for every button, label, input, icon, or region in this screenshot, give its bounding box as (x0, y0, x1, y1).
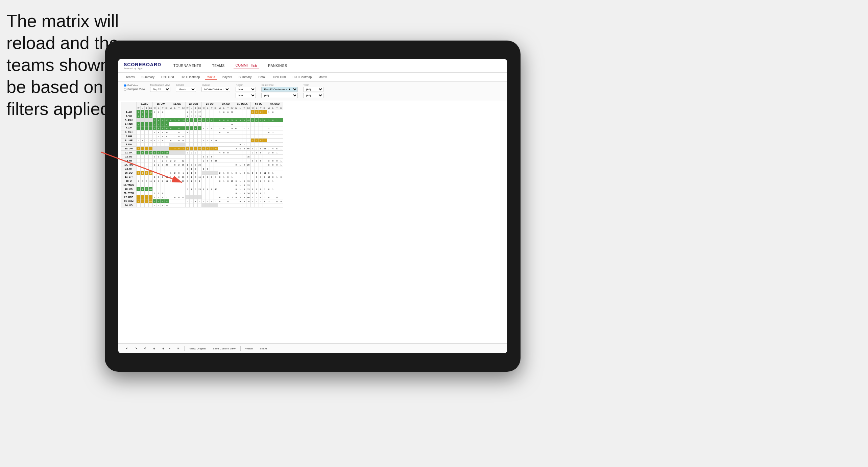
subnav-detail[interactable]: Detail (257, 74, 268, 80)
top-nav: SCOREBOARD Powered by clippd TOURNAMENTS… (118, 59, 507, 73)
table-row: 10. UW 4 1301 13032 04172 25066 12051 14… (121, 147, 283, 151)
nav-teams[interactable]: TEAMS (210, 63, 227, 69)
redo-button[interactable]: ↷ (133, 346, 139, 351)
table-row: 14. TTU 22122 0238 12026 01029 3001 (121, 163, 283, 167)
table-row: 18. U 20011 10011 11011 0101 01013 01013… (121, 179, 283, 183)
table-row: 12. UV 01010 010 15 (121, 155, 283, 159)
save-custom-button[interactable]: Save Custom View (211, 346, 237, 351)
subnav-matrix2[interactable]: Matrix (316, 74, 329, 80)
separator (184, 346, 185, 351)
filter-row: Full View Compact View Max teams in view… (118, 82, 507, 100)
subnav-teams[interactable]: Teams (124, 74, 137, 80)
table-row: 8. UAF 01014 120 01015 11011 010 1 (121, 139, 283, 143)
region-filter: Region N/A N/A (236, 84, 256, 98)
table-row: 20. UG 010-34 01023 10040 01013 1001 01 (121, 187, 283, 191)
watch-button[interactable]: Watch (243, 346, 255, 351)
sub-nav: Teams Summary H2H Grid H2H Heatmap Matri… (118, 73, 507, 82)
logo-title: SCOREBOARD (124, 62, 161, 67)
subnav-players[interactable]: Players (220, 74, 234, 80)
conference-filter: Conference Pac-12 Conference ▼ (All) (261, 84, 298, 98)
team-filter: Team (All) (All) (303, 84, 323, 98)
full-view-radio[interactable]: Full View (124, 84, 145, 87)
table-row: 13. UT 221 2212 20038 010 3001 (121, 159, 283, 163)
full-view-label: Full View (127, 84, 138, 87)
table-row: 16. UO 210-14 1201 110 2101 01011 11011 … (121, 171, 283, 175)
reset-button[interactable]: ↺ (142, 346, 148, 351)
region-label: Region (236, 84, 256, 86)
zoom-button[interactable]: ⊕ (151, 346, 158, 351)
table-row: 6. FSU 14035 110 10 010 02 (121, 130, 283, 134)
table-row: 11. UA 01010 10018 300 400 300 201 (121, 151, 283, 155)
tablet-screen: SCOREBOARD Powered by clippd TOURNAMENTS… (118, 59, 507, 353)
conference-select[interactable]: Pac-12 Conference ▼ (261, 87, 298, 92)
table-row: 15. UF 010 10 (121, 167, 283, 171)
table-row: 4. UNC 100 0110 29 (121, 122, 283, 126)
division-select[interactable]: NCAA Division I (201, 87, 230, 92)
refresh-button[interactable]: ⟳ (175, 346, 182, 351)
max-teams-label: Max teams in view (150, 84, 170, 86)
bottom-toolbar: ↶ ↷ ↺ ⊕ ⊕ — + ⟳ View: Original Save Cust… (118, 343, 507, 353)
table-row: 21. ETSU 010 01034 1001 (121, 191, 283, 195)
table-row: 23. UNM 200-21 20025 0010 0101 0101 1001… (121, 199, 283, 203)
region-select2[interactable]: N/A (236, 93, 256, 98)
table-row: 2. VU 12012 20025 (121, 114, 283, 118)
table-row: 17. GIT 10011 11011 01011 0101 0101 010 … (121, 175, 283, 179)
separator2 (240, 346, 241, 351)
nav-committee[interactable]: COMMITTEE (234, 62, 260, 69)
matrix-area[interactable]: 3. ASU 10. UW 11. UA 22. UCB 24. UO 27. … (118, 100, 507, 343)
share-button[interactable]: Share (258, 346, 269, 351)
table-row: 3. ASU 04080 050120 20048 010 00052 6001… (121, 118, 283, 122)
logo-sub: Powered by clippd (124, 67, 161, 70)
max-teams-filter: Max teams in view Top 25 (150, 84, 170, 92)
undo-button[interactable]: ↶ (124, 346, 130, 351)
table-row: 22. UCB 1303 14012 0103 03044 0103 010 (121, 195, 283, 199)
subnav-h2h-heatmap[interactable]: H2H Heatmap (179, 74, 202, 80)
matrix-table: 3. ASU 10. UW 11. UA 22. UCB 24. UO 27. … (121, 102, 283, 207)
table-row: 1. AU 12023 010 20027 10050 010 10 (121, 110, 283, 114)
division-label: Division (201, 84, 230, 86)
nav-rankings[interactable]: RANKINGS (266, 63, 289, 69)
tablet-device: SCOREBOARD Powered by clippd TOURNAMENTS… (105, 41, 521, 372)
division-filter: Division NCAA Division I (201, 84, 230, 92)
compact-view-label: Compact View (127, 88, 145, 91)
zoom-controls[interactable]: ⊕ — + (160, 346, 172, 351)
conference-label: Conference (261, 84, 298, 86)
conference-select2[interactable]: (All) (261, 93, 298, 98)
gender-select[interactable]: Men's (176, 87, 196, 92)
logo-area: SCOREBOARD Powered by clippd (124, 62, 161, 70)
gender-label: Gender (176, 84, 196, 86)
view-toggle: Full View Compact View (124, 84, 145, 91)
team-select[interactable]: (All) (303, 87, 323, 92)
team-select2[interactable]: (All) (303, 93, 323, 98)
region-select[interactable]: N/A (236, 87, 256, 92)
subnav-h2h-grid[interactable]: H2H Grid (159, 74, 176, 80)
subnav-summary[interactable]: Summary (140, 74, 157, 80)
subnav-matrix[interactable]: Matrix (205, 74, 217, 80)
table-row: 24. UO 02029 (121, 203, 283, 207)
table-row: 9. UA 01 (121, 143, 283, 147)
team-label: Team (303, 84, 323, 86)
subnav-h2h-grid2[interactable]: H2H Grid (271, 74, 288, 80)
compact-view-radio[interactable]: Compact View (124, 88, 145, 91)
table-row: 19. TAMU 01013 (121, 183, 283, 187)
subnav-summary2[interactable]: Summary (237, 74, 254, 80)
nav-tournaments[interactable]: TOURNAMENTS (171, 63, 203, 69)
table-row: 5. UT 14035 010 22010 110 2010 4010 2 (121, 126, 283, 130)
table-row: 7. UM 100 100 (121, 134, 283, 139)
gender-filter: Gender Men's (176, 84, 196, 92)
max-teams-select[interactable]: Top 25 (150, 87, 170, 92)
subnav-h2h-heatmap2[interactable]: H2H Heatmap (290, 74, 314, 80)
view-original-button[interactable]: View: Original (187, 346, 208, 351)
